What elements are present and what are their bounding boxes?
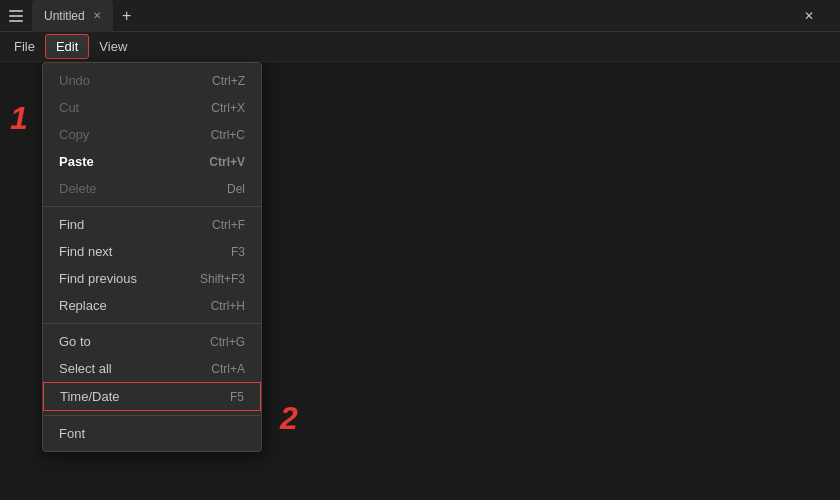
goto-shortcut: Ctrl+G [210,335,245,349]
copy-shortcut: Ctrl+C [211,128,245,142]
font-label: Font [59,426,85,441]
menu-item-file[interactable]: File [4,35,45,58]
find-previous-shortcut: Shift+F3 [200,272,245,286]
menu-item-find-previous[interactable]: Find previous Shift+F3 [43,265,261,292]
paste-label: Paste [59,154,94,169]
find-next-shortcut: F3 [231,245,245,259]
menu-item-copy[interactable]: Copy Ctrl+C [43,121,261,148]
menu-item-find-next[interactable]: Find next F3 [43,238,261,265]
menu-item-select-all[interactable]: Select all Ctrl+A [43,355,261,382]
delete-shortcut: Del [227,182,245,196]
replace-label: Replace [59,298,107,313]
app-icon [8,8,24,24]
goto-label: Go to [59,334,91,349]
paste-shortcut: Ctrl+V [209,155,245,169]
cut-label: Cut [59,100,79,115]
svg-rect-2 [9,20,23,22]
find-previous-label: Find previous [59,271,137,286]
window-close-button[interactable]: ✕ [786,0,832,32]
copy-label: Copy [59,127,89,142]
undo-label: Undo [59,73,90,88]
new-tab-button[interactable]: + [113,2,141,30]
separator-3 [43,415,261,416]
edit-dropdown-menu: Undo Ctrl+Z Cut Ctrl+X Copy Ctrl+C Paste… [42,62,262,452]
svg-rect-0 [9,10,23,12]
title-bar: Untitled ✕ + ✕ [0,0,840,32]
menu-item-find[interactable]: Find Ctrl+F [43,211,261,238]
menu-item-font[interactable]: Font [43,420,261,447]
tab-title: Untitled [44,9,85,23]
undo-shortcut: Ctrl+Z [212,74,245,88]
delete-label: Delete [59,181,97,196]
cut-shortcut: Ctrl+X [211,101,245,115]
menu-item-undo[interactable]: Undo Ctrl+Z [43,67,261,94]
menu-item-replace[interactable]: Replace Ctrl+H [43,292,261,319]
select-all-shortcut: Ctrl+A [211,362,245,376]
title-tab[interactable]: Untitled ✕ [32,0,113,32]
menu-item-view[interactable]: View [89,35,137,58]
replace-shortcut: Ctrl+H [211,299,245,313]
menu-item-cut[interactable]: Cut Ctrl+X [43,94,261,121]
separator-2 [43,323,261,324]
menu-item-time-date[interactable]: Time/Date F5 [43,382,261,411]
tab-close-icon[interactable]: ✕ [93,10,101,21]
menu-item-goto[interactable]: Go to Ctrl+G [43,328,261,355]
separator-1 [43,206,261,207]
annotation-1: 1 [10,100,28,137]
menu-item-delete[interactable]: Delete Del [43,175,261,202]
time-date-shortcut: F5 [230,390,244,404]
svg-rect-1 [9,15,23,17]
menu-bar: File Edit View [0,32,840,62]
find-label: Find [59,217,84,232]
find-next-label: Find next [59,244,112,259]
menu-item-edit[interactable]: Edit [45,34,89,59]
select-all-label: Select all [59,361,112,376]
annotation-2: 2 [280,400,298,437]
menu-item-paste[interactable]: Paste Ctrl+V [43,148,261,175]
find-shortcut: Ctrl+F [212,218,245,232]
time-date-label: Time/Date [60,389,119,404]
